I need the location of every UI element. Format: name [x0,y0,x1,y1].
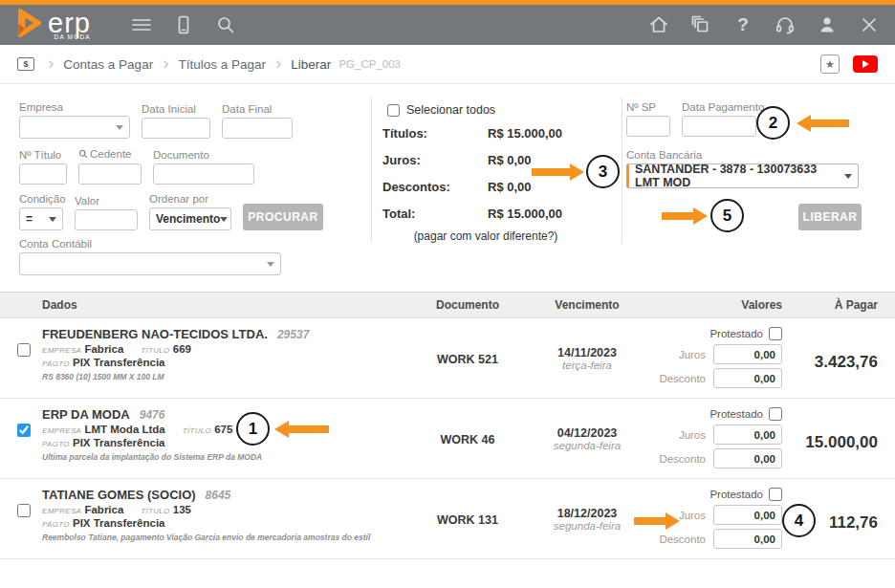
vertical-divider [371,98,372,243]
descontos-value: R$ 0,00 [488,180,532,194]
breadcrumb-titulos-a-pagar[interactable]: Títulos a Pagar [178,57,266,72]
data-final-input[interactable] [222,118,293,139]
juros-input[interactable] [713,425,782,445]
titulos-label: Títulos: [382,126,488,141]
windows-cascade-icon[interactable] [690,14,711,35]
col-dados: Dados [42,298,415,312]
select-all-label: Selecionar todos [406,103,495,117]
annotation-arrow-4 [634,512,680,530]
creditor-code: 8645 [206,489,231,502]
liberar-button[interactable]: LIBERAR [798,204,862,230]
protestado-checkbox[interactable] [769,327,782,340]
brand-text: erp DA MODA [48,13,91,41]
data-pagamento-label: Data Pagamento [682,101,756,113]
release-panel: Nº SP Data Pagamento Conta Bancária SANT… [626,84,880,275]
row-select-checkbox[interactable] [17,343,31,357]
table-row: ERP DA MODA9476 EMPRESA LMT Moda LtdaTÍT… [0,399,895,479]
data-inicial-input[interactable] [142,118,210,139]
row-select-checkbox[interactable] [17,504,31,517]
desconto-input[interactable] [713,529,782,549]
documento-value: WORK 46 [415,433,520,446]
juros-label: Juros [679,349,706,360]
num-sp-input[interactable] [626,116,670,137]
breadcrumb-contas-a-pagar[interactable]: Contas a Pagar [63,57,153,72]
vertical-divider [622,98,622,243]
juros-input[interactable] [713,505,782,525]
menu-hamburger-icon[interactable] [131,14,152,35]
juros-total-value: R$ 0,00 [488,153,532,167]
youtube-help-icon[interactable] [853,55,878,73]
vencimento-date: 04/12/2023 [520,426,654,440]
condicao-select[interactable]: = [19,207,63,230]
num-titulo-input[interactable] [19,163,67,185]
chevron-right-icon: › [275,53,281,74]
support-headset-icon[interactable] [775,14,796,35]
documento-value: WORK 131 [415,513,520,527]
data-inicial-label: Data Inicial [142,103,210,115]
home-icon[interactable] [648,14,669,35]
conta-bancaria-select[interactable]: SANTANDER - 3878 - 130073633 LMT MOD [626,163,859,188]
cedente-input[interactable] [78,163,142,185]
juros-label: Juros [679,429,706,441]
vencimento-date: 14/11/2023 [520,346,654,359]
pay-different-value-link[interactable]: (pagar com valor diferente?) [382,229,589,243]
desconto-label: Desconto [659,453,706,465]
close-icon[interactable] [859,14,880,35]
table-row: TATIANE GOMES (SOCIO)8645 EMPRESA Fabric… [0,479,895,559]
col-vencimento: Vencimento [520,298,654,312]
protestado-label: Protestado [709,408,763,420]
row-select-checkbox[interactable] [17,424,31,437]
desconto-input[interactable] [713,368,782,388]
desconto-label: Desconto [659,534,706,545]
ordenar-por-select[interactable]: Vencimento [149,207,231,230]
a-pagar-value: 15.000,00 [782,433,878,452]
erp-play-logo-icon [15,8,42,42]
documento-input[interactable] [153,163,254,185]
total-label: Total: [382,207,488,221]
num-sp-label: Nº SP [626,101,670,113]
documento-label: Documento [153,149,254,161]
protestado-checkbox[interactable] [769,488,782,501]
valor-label: Valor [75,195,138,207]
annotation-marker-4: 4 [782,504,816,537]
condicao-label: Condição [19,193,63,205]
juros-total-label: Juros: [382,153,488,167]
titulo-value: 675 [214,424,232,435]
conta-contabil-select[interactable] [19,252,281,275]
screen-code: PG_CP_003 [338,58,401,70]
empresa-value: LMT Moda Ltda [84,424,164,435]
juros-input[interactable] [713,344,782,364]
cedente-label: Cedente [78,148,142,161]
chevron-right-icon: › [163,53,168,74]
protestado-label: Protestado [709,489,763,500]
procurar-button[interactable]: PROCURAR [243,204,323,230]
valor-input[interactable] [75,209,138,230]
data-pagamento-input[interactable] [682,116,756,137]
row-note: RS 8360 (10) 1500 MM X 100 LM [42,372,415,381]
vencimento-weekday: terça-feira [520,359,654,371]
chevron-right-icon: › [48,53,54,74]
creditor-name: FREUDENBERG NAO-TECIDOS LTDA. [42,327,268,341]
annotation-marker-2: 2 [756,106,790,140]
empresa-label: Empresa [19,101,130,113]
annotation-arrow-1 [274,421,329,438]
empresa-select[interactable] [19,116,130,139]
titulo-value: 669 [173,343,191,355]
col-a-pagar: À Pagar [782,298,878,312]
vencimento-weekday: segunda-feira [520,440,654,451]
favorite-star-icon[interactable]: ★ [820,54,840,74]
titles-table: Dados Documento Vencimento Valores À Pag… [0,292,895,559]
mobile-app-icon[interactable] [173,14,194,35]
search-icon[interactable] [215,14,236,35]
a-pagar-value: 3.423,76 [782,353,878,372]
protestado-checkbox[interactable] [769,407,782,421]
pagto-value: PIX Transferência [73,357,165,368]
help-icon[interactable]: ? [732,14,753,35]
app-logo: erp DA MODA [15,8,91,42]
desconto-input[interactable] [713,448,782,468]
data-final-label: Data Final [222,103,293,115]
empresa-value: Fabrica [84,343,123,355]
select-all-checkbox[interactable] [387,104,400,117]
user-icon[interactable] [817,14,838,35]
titulo-value: 135 [173,504,191,515]
